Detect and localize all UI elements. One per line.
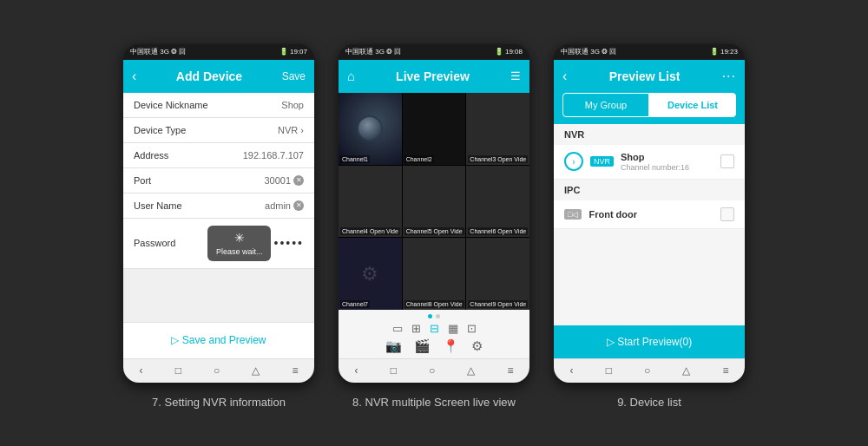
phone3: 中国联通 3G ❂ 回 🔋 19:23 ‹ Preview List ··· M… [554,44,745,383]
tab-bar: My Group Device List [554,93,745,124]
video-cell-1[interactable]: Channel1 [339,93,402,165]
video-cell-8[interactable]: Channel8 Open Vide [403,238,466,310]
address-value[interactable]: 192.168.7.107 [243,150,304,161]
phone3-status-bar: 中国联通 3G ❂ 回 🔋 19:23 [554,44,745,60]
channel2-label: Channel2 [404,155,434,163]
nav2-circle-icon[interactable]: ○ [429,364,435,377]
phone2: 中国联通 3G ❂ 回 🔋 19:08 ⌂ Live Preview ☰ Cha… [339,44,529,383]
camera-action-icon[interactable]: 📷 [385,338,402,354]
home-icon[interactable]: ⌂ [347,69,355,83]
ipc-checkbox[interactable] [720,207,734,221]
live-menu-icon[interactable]: ☰ [510,69,521,82]
nav-home-icon[interactable]: □ [175,364,181,377]
nav2-back-icon[interactable]: ‹ [355,364,358,377]
phone1-status-left: 中国联通 3G ❂ 回 [130,47,186,56]
nav3-home-icon[interactable]: □ [606,364,612,377]
nav-menu-icon[interactable]: ≡ [292,364,298,377]
port-label: Port [134,175,151,186]
phone2-status-right: 🔋 19:08 [495,48,523,56]
type-label: Device Type [134,125,186,135]
start-preview-label: ▷ Start Preview(0) [607,336,692,348]
channel6-label: Channel6 Open Vide [468,227,528,235]
video-cell-4[interactable]: Channel4 Open Vide [339,166,402,238]
username-label: User Name [134,200,182,211]
password-label: Password [134,238,175,248]
video-cell-5[interactable]: Channel5 Open Vide [403,166,466,238]
dot-inactive [436,314,440,318]
lens-circle [357,115,383,141]
nvr-info: Shop Channel number:16 [621,152,713,172]
settings-action-icon[interactable]: ⚙ [471,338,483,354]
nav2-triangle-icon[interactable]: △ [467,364,475,377]
layout-4x4-icon[interactable]: ▦ [448,322,458,335]
nav3-back-icon[interactable]: ‹ [570,364,574,377]
layout-row: ▭ ⊞ ⊟ ▦ ⊡ [392,322,477,335]
type-value: NVR › [278,125,304,135]
nvr-checkbox[interactable] [720,154,734,168]
nav2-menu-icon[interactable]: ≡ [507,364,513,377]
ipc-name: Front door [589,209,713,220]
phone3-section: 中国联通 3G ❂ 回 🔋 19:23 ‹ Preview List ··· M… [554,44,745,410]
nav3-circle-icon[interactable]: ○ [644,364,650,377]
phone3-header: ‹ Preview List ··· [554,60,745,93]
nav3-triangle-icon[interactable]: △ [682,364,690,377]
nickname-value: Shop [281,100,304,110]
record-action-icon[interactable]: 🎬 [414,338,431,354]
nav-back-icon[interactable]: ‹ [140,364,143,377]
phone2-status-bar: 中国联通 3G ❂ 回 🔋 19:08 [339,44,529,60]
tab-device-list[interactable]: Device List [649,93,736,117]
phone2-nav-bar: ‹ □ ○ △ ≡ [339,358,529,383]
layout-custom-icon[interactable]: ⊡ [467,322,477,335]
phone2-title: Live Preview [396,69,470,83]
username-row: User Name admin ✕ [123,193,314,219]
phone2-caption: 8. NVR multiple Screen live view [352,395,516,410]
loading-tooltip: ✳ Please wait... [207,226,272,261]
watermark: ⚙ [361,263,378,285]
phone3-footer[interactable]: ▷ Start Preview(0) [554,325,745,358]
layout-1x1-icon[interactable]: ▭ [392,322,403,335]
phone2-controls: ▭ ⊞ ⊟ ▦ ⊡ 📷 🎬 📍 ⚙ [339,310,529,358]
port-clear-icon[interactable]: ✕ [293,175,304,186]
nav2-home-icon[interactable]: □ [391,364,397,377]
location-action-icon[interactable]: 📍 [443,338,459,354]
video-cell-6[interactable]: Channel6 Open Vide [466,166,529,238]
phone3-back-icon[interactable]: ‹ [562,69,567,84]
channel8-label: Channel8 Open Vide [404,300,464,308]
tab-my-group[interactable]: My Group [562,93,649,117]
nvr-expand-icon[interactable]: › [564,152,583,171]
ipc-section-header: IPC [554,180,745,200]
actions-row: 📷 🎬 📍 ⚙ [385,338,483,354]
nvr-sub: Channel number:16 [621,163,713,172]
back-arrow-icon[interactable]: ‹ [132,69,136,84]
phone1-caption: 7. Setting NVR information [152,395,286,410]
spinner-box: ✳ Please wait... [207,226,272,261]
video-cell-2[interactable]: Channel2 [403,93,466,165]
username-clear-icon[interactable]: ✕ [293,200,304,211]
password-row: Password ✳ Please wait... ••••• [123,219,314,269]
channel7-label: Channel7 [340,300,370,308]
channel3-label: Channel3 Open Vide [468,155,528,163]
password-value: ✳ Please wait... ••••• [207,226,304,261]
phone1-footer[interactable]: ▷ Save and Preview [123,322,314,358]
phone1-title: Add Device [176,69,242,83]
nav3-menu-icon[interactable]: ≡ [722,364,728,377]
video-cell-3[interactable]: Channel3 Open Vide [466,93,529,165]
username-value: admin ✕ [265,200,304,211]
please-wait-label: Please wait... [216,247,263,256]
nav-circle-icon[interactable]: ○ [214,364,220,377]
phone2-status-left: 中国联通 3G ❂ 回 [345,47,401,56]
save-preview-label: ▷ Save and Preview [171,334,266,346]
port-value: 30001 ✕ [264,175,304,186]
channel5-label: Channel5 Open Vide [404,227,464,235]
phone3-status-left: 中国联通 3G ❂ 回 [561,47,616,56]
layout-2x2-icon[interactable]: ⊞ [411,322,421,335]
save-button[interactable]: Save [282,70,306,82]
address-row: Address 192.168.7.107 [123,143,314,168]
video-cell-7[interactable]: ⚙ Channel7 [339,238,402,310]
video-grid: Channel1 Channel2 Channel3 Open Vide Cha… [339,93,529,310]
more-icon[interactable]: ··· [722,69,736,84]
nav-triangle-icon[interactable]: △ [252,364,260,377]
phone3-nav-bar: ‹ □ ○ △ ≡ [554,358,745,383]
video-cell-9[interactable]: Channel9 Open Vide [466,238,529,310]
layout-3x3-icon[interactable]: ⊟ [430,322,439,335]
